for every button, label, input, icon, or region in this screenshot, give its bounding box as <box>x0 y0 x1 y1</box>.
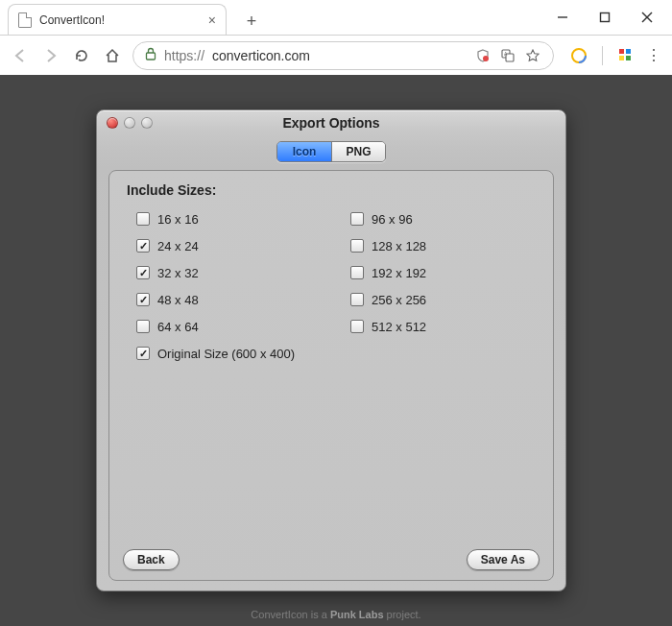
size-checkbox[interactable] <box>350 239 364 253</box>
include-sizes-label: Include Sizes: <box>127 182 536 198</box>
browser-tab[interactable]: ConvertIcon! × <box>8 4 227 35</box>
size-label: Original Size (600 x 400) <box>157 347 295 361</box>
size-label: 256 x 256 <box>372 293 426 307</box>
size-label: 24 x 24 <box>157 239 199 253</box>
tab-strip: ConvertIcon! × + <box>0 0 672 35</box>
tab-icon[interactable]: Icon <box>277 142 331 161</box>
size-option: 128 x 128 <box>341 232 536 259</box>
reload-icon <box>74 48 89 63</box>
size-option: 48 x 48 <box>127 286 322 313</box>
dialog-footer: Back Save As <box>123 549 540 570</box>
url-scheme: https:// <box>164 48 204 63</box>
minimize-icon <box>557 12 568 23</box>
size-label: 64 x 64 <box>157 320 199 334</box>
dialog-title: Export Options <box>97 115 565 131</box>
size-checkbox[interactable] <box>350 320 364 333</box>
svg-rect-12 <box>626 49 631 54</box>
translate-icon[interactable]: A <box>499 47 516 64</box>
address-bar[interactable]: https:// converticon.com A <box>132 41 554 70</box>
size-checkbox[interactable] <box>136 347 150 360</box>
footer-post: project. <box>384 609 421 620</box>
size-option: Original Size (600 x 400) <box>127 340 322 367</box>
size-option: 64 x 64 <box>127 313 322 340</box>
svg-rect-1 <box>601 13 610 22</box>
kebab-menu-icon[interactable]: ⋮ <box>645 46 662 64</box>
size-label: 512 x 512 <box>372 320 426 334</box>
size-checkbox[interactable] <box>136 239 150 253</box>
dialog-content: Include Sizes: 16 x 1624 x 2432 x 3248 x… <box>108 170 554 581</box>
browser-chrome: ConvertIcon! × + <box>0 0 672 75</box>
size-checkbox[interactable] <box>136 293 150 306</box>
traffic-minimize-button[interactable] <box>124 117 135 129</box>
shield-icon[interactable] <box>474 47 492 64</box>
extension-icons: ⋮ <box>564 46 662 65</box>
svg-rect-4 <box>147 53 156 60</box>
size-label: 96 x 96 <box>372 212 413 227</box>
reload-button[interactable] <box>71 45 92 66</box>
size-option: 24 x 24 <box>127 232 322 259</box>
size-option: 192 x 192 <box>341 259 536 286</box>
size-label: 16 x 16 <box>157 212 199 227</box>
back-dialog-button[interactable]: Back <box>123 549 180 570</box>
size-checkbox[interactable] <box>350 293 364 306</box>
extension-circle-icon[interactable] <box>569 46 588 65</box>
size-option: 16 x 16 <box>127 205 322 232</box>
url-host: converticon.com <box>212 48 467 63</box>
lock-icon <box>145 47 156 63</box>
size-label: 48 x 48 <box>157 293 199 307</box>
traffic-zoom-button[interactable] <box>141 117 153 129</box>
page-area: Export Options Icon PNG Include Sizes: 1… <box>0 75 672 626</box>
toolbar: https:// converticon.com A ⋮ <box>0 35 672 75</box>
traffic-lights <box>97 117 153 129</box>
home-icon <box>105 48 120 63</box>
size-checkbox[interactable] <box>136 266 150 279</box>
maximize-button[interactable] <box>588 4 622 31</box>
format-segmented-control: Icon PNG <box>97 135 565 170</box>
svg-rect-11 <box>619 49 624 54</box>
size-option: 512 x 512 <box>341 313 536 340</box>
size-label: 32 x 32 <box>157 266 199 280</box>
size-option: 32 x 32 <box>127 259 322 286</box>
new-tab-button[interactable]: + <box>238 8 265 35</box>
tab-title: ConvertIcon! <box>39 13 201 27</box>
toolbar-divider <box>602 46 603 65</box>
arrow-right-icon <box>43 48 59 63</box>
size-option: 256 x 256 <box>341 286 536 313</box>
traffic-close-button[interactable] <box>107 117 118 129</box>
maximize-icon <box>599 12 611 23</box>
arrow-left-icon <box>12 48 28 63</box>
footer-brand: Punk Labs <box>330 609 384 620</box>
forward-button[interactable] <box>40 45 61 66</box>
size-label: 192 x 192 <box>372 266 426 280</box>
close-window-icon <box>641 12 653 23</box>
star-icon[interactable] <box>524 47 541 64</box>
close-window-button[interactable] <box>630 4 664 31</box>
back-button[interactable] <box>10 45 31 66</box>
size-checkbox[interactable] <box>350 212 364 226</box>
dialog-titlebar: Export Options <box>97 110 565 135</box>
close-icon[interactable]: × <box>208 12 216 28</box>
tab-png[interactable]: PNG <box>331 142 385 161</box>
footer-pre: ConvertIcon is a <box>251 609 330 620</box>
window-controls <box>545 4 664 31</box>
page-footer: ConvertIcon is a Punk Labs project. <box>0 609 672 620</box>
size-checkbox[interactable] <box>136 320 150 333</box>
save-as-button[interactable]: Save As <box>467 549 540 570</box>
file-icon <box>18 12 32 28</box>
export-options-dialog: Export Options Icon PNG Include Sizes: 1… <box>96 109 566 591</box>
svg-point-5 <box>483 56 489 61</box>
svg-rect-13 <box>619 56 624 60</box>
extension-grid-icon[interactable] <box>616 46 636 65</box>
size-label: 128 x 128 <box>372 239 426 253</box>
minimize-button[interactable] <box>545 4 580 31</box>
size-checkbox[interactable] <box>350 266 364 279</box>
size-checkbox[interactable] <box>136 212 150 226</box>
home-button[interactable] <box>102 45 123 66</box>
svg-rect-14 <box>626 56 631 60</box>
size-option: 96 x 96 <box>341 205 536 232</box>
